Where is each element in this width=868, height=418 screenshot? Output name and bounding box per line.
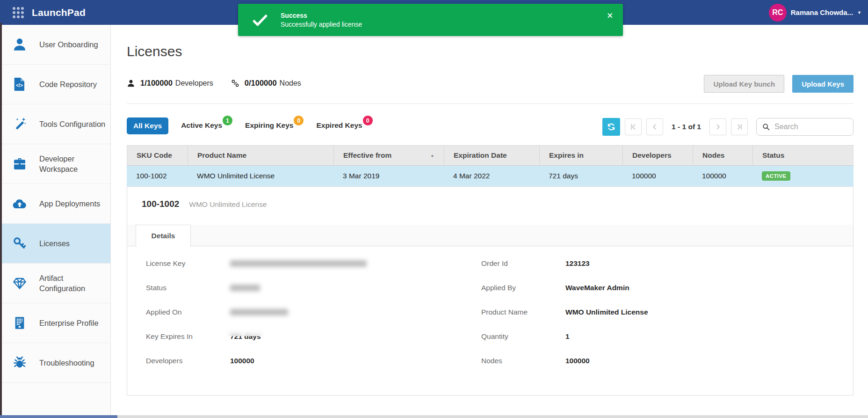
column-header-status[interactable]: Status bbox=[753, 146, 854, 165]
column-header-label: Expires in bbox=[549, 151, 584, 160]
detail-product-name: WMO Unlimited License bbox=[189, 200, 267, 209]
tab-badge: 0 bbox=[294, 116, 304, 125]
upload-keys-button[interactable]: Upload Keys bbox=[792, 75, 854, 93]
blur-overlay bbox=[226, 329, 265, 336]
field-developers: Developers100000 bbox=[146, 356, 367, 366]
field-label: Applied On bbox=[146, 308, 230, 316]
horizontal-scrollbar-thumb[interactable] bbox=[0, 415, 117, 418]
tab-badge: 0 bbox=[363, 116, 373, 125]
page-title: Licenses bbox=[127, 44, 182, 59]
sidebar-item-code-repository[interactable]: </>Code Repository bbox=[0, 65, 110, 104]
column-header-expires-in[interactable]: Expires in bbox=[540, 146, 623, 165]
tab-expired-keys[interactable]: Expired Keys0 bbox=[316, 117, 372, 130]
user-name: Ramana Chowda... bbox=[791, 8, 853, 16]
search-input[interactable] bbox=[774, 123, 848, 131]
field-label: Key Expires In bbox=[146, 332, 230, 341]
column-header-product-name[interactable]: Product Name bbox=[188, 146, 334, 165]
sidebar-item-licenses[interactable]: Licenses bbox=[0, 224, 110, 264]
search-box bbox=[756, 118, 854, 136]
licenses-icon bbox=[12, 236, 27, 251]
check-icon bbox=[252, 12, 268, 29]
table-cell: 3 Mar 2019 bbox=[333, 172, 444, 180]
column-header-expiration-date[interactable]: Expiration Date bbox=[444, 146, 540, 165]
table-cell: 721 days bbox=[539, 172, 622, 180]
tab-badge: 1 bbox=[223, 116, 232, 125]
sidebar-item-label: Troubleshooting bbox=[39, 358, 106, 368]
detail-column-left: License KeyStatusApplied OnKey Expires I… bbox=[146, 258, 367, 380]
column-header-sku-code[interactable]: SKU Code bbox=[127, 146, 188, 165]
tab-all-keys[interactable]: All Keys bbox=[127, 117, 168, 134]
apps-grid-icon[interactable] bbox=[13, 7, 24, 18]
redacted-value bbox=[230, 285, 260, 291]
user-menu[interactable]: RC Ramana Chowda... ▼ bbox=[769, 0, 861, 25]
field-applied-on: Applied On bbox=[146, 307, 367, 317]
field-value-text: 721 days bbox=[230, 332, 261, 341]
sidebar-item-label: Licenses bbox=[39, 238, 106, 249]
field-label: Status bbox=[146, 284, 230, 292]
developer-workspace-icon bbox=[12, 156, 27, 171]
column-header-label: Effective from bbox=[343, 151, 391, 160]
table-cell: 100-1002 bbox=[127, 172, 188, 180]
table-row[interactable]: 100-1002WMO Unlimited License3 Mar 20194… bbox=[127, 166, 854, 186]
stat-label: Nodes bbox=[280, 79, 301, 88]
license-detail-panel: 100-1002 WMO Unlimited License Details L… bbox=[127, 186, 854, 396]
sidebar-item-label: Enterprise Profile bbox=[39, 318, 106, 328]
app-deployments-icon bbox=[12, 196, 27, 211]
refresh-button[interactable] bbox=[602, 118, 620, 136]
column-header-nodes[interactable]: Nodes bbox=[693, 146, 753, 165]
redacted-value bbox=[230, 309, 288, 315]
tab-label: Active Keys bbox=[181, 117, 222, 130]
field-label: Product Name bbox=[481, 308, 565, 316]
sidebar-item-label: Code Repository bbox=[39, 79, 106, 89]
licenses-table: SKU CodeProduct NameEffective from▲Expir… bbox=[127, 145, 854, 186]
tab-expiring-keys[interactable]: Expiring Keys0 bbox=[245, 117, 304, 130]
tab-details[interactable]: Details bbox=[136, 225, 191, 247]
sidebar-item-developer-workspace[interactable]: Developer Workspace bbox=[0, 144, 110, 184]
field-value: 1 bbox=[565, 332, 570, 341]
field-value: 123123 bbox=[565, 259, 590, 268]
stat-value: 1/100000 bbox=[140, 79, 173, 88]
detail-tab-strip: Details bbox=[127, 225, 853, 246]
redacted-value bbox=[230, 260, 367, 267]
close-icon[interactable]: ✕ bbox=[607, 12, 613, 20]
tools-configuration-icon bbox=[12, 117, 27, 132]
column-header-developers[interactable]: Developers bbox=[623, 146, 693, 165]
sidebar-item-troubleshooting[interactable]: Troubleshooting bbox=[0, 343, 110, 383]
sidebar-item-user-onboarding[interactable]: User Onboarding bbox=[0, 25, 110, 65]
stat-nodes: 0/100000Nodes bbox=[231, 79, 301, 88]
sidebar-item-artifact-configuration[interactable]: Artifact Configuration bbox=[0, 264, 110, 303]
last-page-button[interactable] bbox=[731, 118, 748, 135]
upload-key-bunch-button[interactable]: Upload Key bunch bbox=[704, 75, 784, 93]
tab-label: Expired Keys bbox=[316, 117, 362, 130]
first-page-button[interactable] bbox=[625, 118, 642, 135]
field-label: Nodes bbox=[481, 357, 565, 365]
field-applied-by: Applied ByWaveMaker Admin bbox=[481, 283, 648, 293]
sidebar-item-enterprise-profile[interactable]: Enterprise Profile bbox=[0, 303, 110, 343]
field-value: WaveMaker Admin bbox=[565, 284, 629, 292]
table-cell-status: ACTIVE bbox=[752, 171, 854, 181]
stat-developers: 1/100000Developers bbox=[127, 79, 213, 88]
next-page-button[interactable] bbox=[709, 118, 726, 135]
app-title: LaunchPad bbox=[32, 7, 86, 18]
tab-label: All Keys bbox=[133, 117, 162, 134]
toast-success: Success Successfully applied license ✕ bbox=[238, 4, 623, 36]
header-actions: Upload Key bunch Upload Keys bbox=[704, 75, 854, 93]
enterprise-profile-icon bbox=[12, 315, 27, 330]
search-icon bbox=[762, 123, 770, 131]
pagination-range: 1 - 1 of 1 bbox=[672, 123, 701, 131]
column-header-label: Nodes bbox=[702, 151, 724, 160]
detail-fields: License KeyStatusApplied OnKey Expires I… bbox=[127, 247, 853, 395]
sidebar-item-tools-configuration[interactable]: Tools Configuration bbox=[0, 104, 110, 144]
sidebar-item-app-deployments[interactable]: App Deployments bbox=[0, 184, 110, 224]
column-header-label: Product Name bbox=[197, 151, 246, 160]
column-header-effective-from[interactable]: Effective from▲ bbox=[334, 146, 444, 165]
stat-value: 0/100000 bbox=[245, 79, 277, 88]
tab-active-keys[interactable]: Active Keys1 bbox=[181, 117, 232, 130]
table-cell: WMO Unlimited License bbox=[188, 172, 333, 180]
table-cell: 4 Mar 2022 bbox=[444, 172, 539, 180]
field-label: License Key bbox=[146, 259, 230, 268]
prev-page-button[interactable] bbox=[646, 118, 663, 135]
field-value: 100000 bbox=[565, 357, 590, 365]
field-status: Status bbox=[146, 283, 367, 293]
window-left-edge bbox=[0, 23, 2, 418]
